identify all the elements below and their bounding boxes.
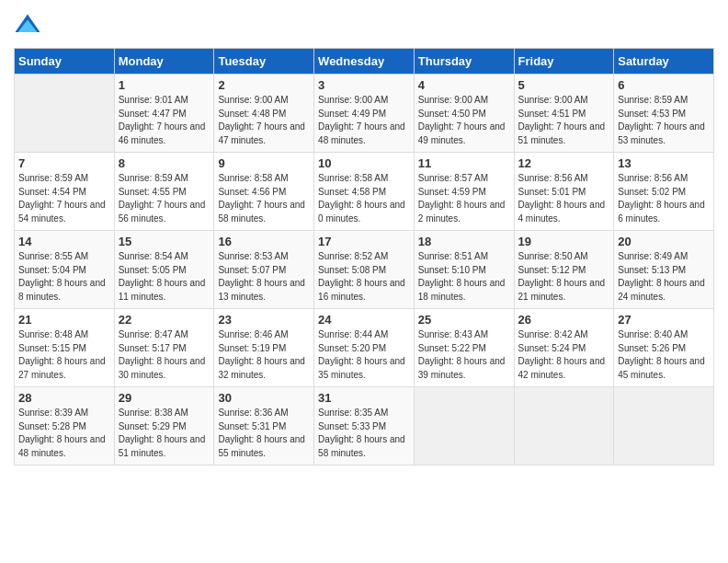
day-info: Sunrise: 8:56 AMSunset: 5:02 PMDaylight:… [618, 172, 710, 225]
logo [14, 13, 45, 40]
calendar-cell: 17Sunrise: 8:52 AMSunset: 5:08 PMDayligh… [314, 231, 415, 309]
day-number: 21 [18, 313, 110, 327]
day-number: 12 [518, 156, 610, 170]
day-info: Sunrise: 8:38 AMSunset: 5:29 PMDaylight:… [119, 407, 210, 460]
calendar-table: SundayMondayTuesdayWednesdayThursdayFrid… [14, 48, 714, 465]
calendar-cell: 29Sunrise: 8:38 AMSunset: 5:29 PMDayligh… [114, 387, 214, 465]
calendar-cell: 21Sunrise: 8:48 AMSunset: 5:15 PMDayligh… [15, 309, 115, 387]
day-number: 26 [518, 313, 610, 327]
day-info: Sunrise: 8:42 AMSunset: 5:24 PMDaylight:… [518, 328, 610, 382]
day-number: 22 [119, 313, 210, 327]
calendar-cell: 3Sunrise: 9:00 AMSunset: 4:49 PMDaylight… [314, 75, 415, 153]
calendar-cell: 13Sunrise: 8:56 AMSunset: 5:02 PMDayligh… [614, 153, 714, 231]
day-info: Sunrise: 9:00 AMSunset: 4:50 PMDaylight:… [418, 94, 510, 147]
calendar-cell [15, 75, 115, 153]
calendar-cell: 2Sunrise: 9:00 AMSunset: 4:48 PMDaylight… [214, 75, 314, 153]
day-number: 4 [418, 78, 510, 92]
calendar-cell: 24Sunrise: 8:44 AMSunset: 5:20 PMDayligh… [314, 309, 415, 387]
calendar-cell: 22Sunrise: 8:47 AMSunset: 5:17 PMDayligh… [114, 309, 214, 387]
day-info: Sunrise: 8:58 AMSunset: 4:58 PMDaylight:… [318, 172, 410, 225]
calendar-cell: 9Sunrise: 8:58 AMSunset: 4:56 PMDaylight… [214, 153, 314, 231]
day-number: 17 [318, 235, 410, 248]
day-info: Sunrise: 8:51 AMSunset: 5:10 PMDaylight:… [418, 250, 510, 304]
calendar-cell: 19Sunrise: 8:50 AMSunset: 5:12 PMDayligh… [514, 231, 614, 309]
calendar-cell: 14Sunrise: 8:55 AMSunset: 5:04 PMDayligh… [15, 231, 115, 309]
calendar-cell: 28Sunrise: 8:39 AMSunset: 5:28 PMDayligh… [15, 387, 115, 465]
calendar-cell: 11Sunrise: 8:57 AMSunset: 4:59 PMDayligh… [414, 153, 514, 231]
calendar-cell: 23Sunrise: 8:46 AMSunset: 5:19 PMDayligh… [214, 309, 314, 387]
day-number: 30 [218, 391, 310, 405]
week-row-4: 21Sunrise: 8:48 AMSunset: 5:15 PMDayligh… [15, 309, 714, 387]
day-header-monday: Monday [114, 49, 214, 75]
day-info: Sunrise: 8:35 AMSunset: 5:33 PMDaylight:… [318, 407, 410, 460]
day-number: 24 [318, 313, 410, 327]
day-info: Sunrise: 8:57 AMSunset: 4:59 PMDaylight:… [418, 172, 510, 225]
day-number: 1 [119, 78, 210, 92]
day-number: 6 [618, 78, 710, 92]
day-info: Sunrise: 9:00 AMSunset: 4:49 PMDaylight:… [318, 94, 410, 147]
calendar-cell: 5Sunrise: 9:00 AMSunset: 4:51 PMDaylight… [514, 75, 614, 153]
day-number: 15 [119, 235, 210, 248]
day-number: 31 [318, 391, 410, 405]
day-info: Sunrise: 8:44 AMSunset: 5:20 PMDaylight:… [318, 328, 410, 382]
day-info: Sunrise: 8:59 AMSunset: 4:54 PMDaylight:… [18, 172, 110, 225]
day-info: Sunrise: 9:00 AMSunset: 4:51 PMDaylight:… [518, 94, 610, 147]
day-number: 20 [618, 235, 710, 248]
calendar-cell: 30Sunrise: 8:36 AMSunset: 5:31 PMDayligh… [214, 387, 314, 465]
week-row-3: 14Sunrise: 8:55 AMSunset: 5:04 PMDayligh… [15, 231, 714, 309]
day-number: 19 [518, 235, 610, 248]
week-row-1: 1Sunrise: 9:01 AMSunset: 4:47 PMDaylight… [15, 75, 714, 153]
calendar-cell: 27Sunrise: 8:40 AMSunset: 5:26 PMDayligh… [614, 309, 714, 387]
day-info: Sunrise: 8:53 AMSunset: 5:07 PMDaylight:… [218, 250, 310, 304]
day-number: 28 [18, 391, 110, 405]
main-container: SundayMondayTuesdayWednesdayThursdayFrid… [0, 0, 728, 475]
day-info: Sunrise: 8:55 AMSunset: 5:04 PMDaylight:… [18, 250, 110, 304]
day-info: Sunrise: 8:46 AMSunset: 5:19 PMDaylight:… [218, 328, 310, 382]
day-header-sunday: Sunday [15, 49, 115, 75]
day-info: Sunrise: 8:50 AMSunset: 5:12 PMDaylight:… [518, 250, 610, 304]
day-info: Sunrise: 8:40 AMSunset: 5:26 PMDaylight:… [618, 328, 710, 382]
calendar-cell: 4Sunrise: 9:00 AMSunset: 4:50 PMDaylight… [414, 75, 514, 153]
calendar-cell: 26Sunrise: 8:42 AMSunset: 5:24 PMDayligh… [514, 309, 614, 387]
day-number: 10 [318, 156, 410, 170]
calendar-cell: 15Sunrise: 8:54 AMSunset: 5:05 PMDayligh… [114, 231, 214, 309]
day-number: 8 [119, 156, 210, 170]
day-header-tuesday: Tuesday [214, 49, 314, 75]
calendar-cell: 20Sunrise: 8:49 AMSunset: 5:13 PMDayligh… [614, 231, 714, 309]
calendar-cell: 1Sunrise: 9:01 AMSunset: 4:47 PMDaylight… [114, 75, 214, 153]
day-number: 5 [518, 78, 610, 92]
day-header-saturday: Saturday [614, 49, 714, 75]
calendar-cell: 31Sunrise: 8:35 AMSunset: 5:33 PMDayligh… [314, 387, 415, 465]
day-number: 9 [218, 156, 310, 170]
calendar-cell: 16Sunrise: 8:53 AMSunset: 5:07 PMDayligh… [214, 231, 314, 309]
day-number: 7 [18, 156, 110, 170]
calendar-cell: 10Sunrise: 8:58 AMSunset: 4:58 PMDayligh… [314, 153, 415, 231]
calendar-cell: 18Sunrise: 8:51 AMSunset: 5:10 PMDayligh… [414, 231, 514, 309]
day-info: Sunrise: 8:47 AMSunset: 5:17 PMDaylight:… [119, 328, 210, 382]
week-row-5: 28Sunrise: 8:39 AMSunset: 5:28 PMDayligh… [15, 387, 714, 465]
day-header-wednesday: Wednesday [314, 49, 415, 75]
day-number: 3 [318, 78, 410, 92]
day-info: Sunrise: 8:52 AMSunset: 5:08 PMDaylight:… [318, 250, 410, 304]
header [14, 9, 714, 40]
day-info: Sunrise: 8:43 AMSunset: 5:22 PMDaylight:… [418, 328, 510, 382]
day-number: 16 [218, 235, 310, 248]
week-row-2: 7Sunrise: 8:59 AMSunset: 4:54 PMDaylight… [15, 153, 714, 231]
calendar-cell [614, 387, 714, 465]
day-info: Sunrise: 9:01 AMSunset: 4:47 PMDaylight:… [119, 94, 210, 147]
day-info: Sunrise: 8:49 AMSunset: 5:13 PMDaylight:… [618, 250, 710, 304]
day-number: 27 [618, 313, 710, 327]
day-info: Sunrise: 8:59 AMSunset: 4:55 PMDaylight:… [119, 172, 210, 225]
day-info: Sunrise: 9:00 AMSunset: 4:48 PMDaylight:… [218, 94, 310, 147]
day-number: 13 [618, 156, 710, 170]
calendar-cell: 25Sunrise: 8:43 AMSunset: 5:22 PMDayligh… [414, 309, 514, 387]
day-number: 29 [119, 391, 210, 405]
calendar-cell: 12Sunrise: 8:56 AMSunset: 5:01 PMDayligh… [514, 153, 614, 231]
day-info: Sunrise: 8:36 AMSunset: 5:31 PMDaylight:… [218, 407, 310, 460]
day-info: Sunrise: 8:48 AMSunset: 5:15 PMDaylight:… [18, 328, 110, 382]
day-header-friday: Friday [514, 49, 614, 75]
header-row: SundayMondayTuesdayWednesdayThursdayFrid… [15, 49, 714, 75]
day-info: Sunrise: 8:54 AMSunset: 5:05 PMDaylight:… [119, 250, 210, 304]
day-info: Sunrise: 8:59 AMSunset: 4:53 PMDaylight:… [618, 94, 710, 147]
calendar-cell: 6Sunrise: 8:59 AMSunset: 4:53 PMDaylight… [614, 75, 714, 153]
